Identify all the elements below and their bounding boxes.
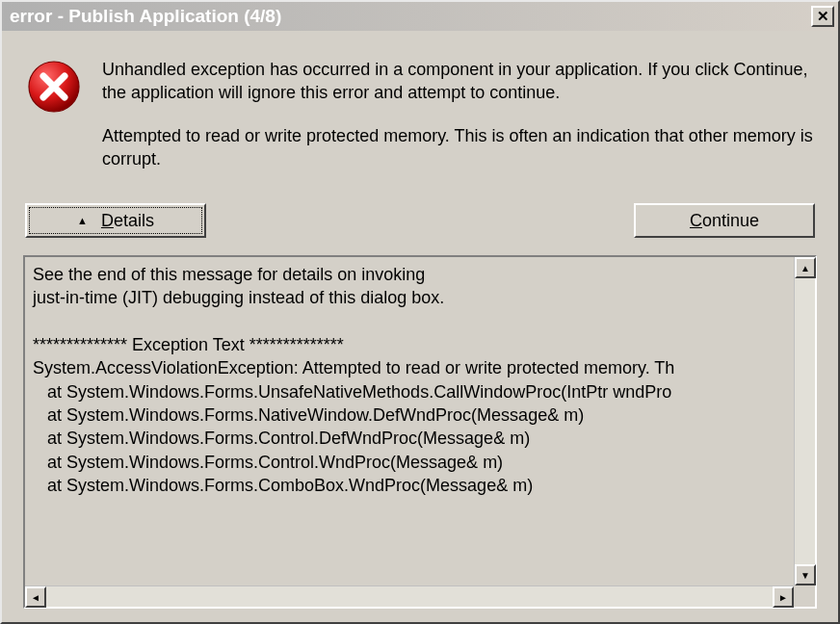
scroll-left-button[interactable]: ◄: [25, 586, 46, 608]
exception-text[interactable]: See the end of this message for details …: [25, 257, 794, 607]
details-button-label: Details: [101, 211, 154, 231]
message-secondary: Attempted to read or write protected mem…: [102, 124, 817, 171]
details-pane: See the end of this message for details …: [23, 255, 817, 609]
close-icon: ✕: [817, 8, 829, 25]
vertical-scrollbar[interactable]: ▲ ▼: [794, 257, 815, 607]
button-row: ▲ Details Continue: [23, 203, 817, 238]
scrollbar-corner: [794, 585, 815, 607]
close-button[interactable]: ✕: [811, 6, 834, 27]
message-text: Unhandled exception has occurred in a co…: [102, 58, 817, 170]
message-primary: Unhandled exception has occurred in a co…: [102, 58, 817, 105]
scroll-track-vertical[interactable]: [795, 278, 815, 564]
horizontal-scrollbar[interactable]: ◄ ►: [25, 585, 794, 607]
scroll-down-button[interactable]: ▼: [795, 564, 816, 585]
scroll-up-button[interactable]: ▲: [795, 257, 816, 278]
scroll-track-horizontal[interactable]: [46, 586, 773, 607]
dialog-content: Unhandled exception has occurred in a co…: [2, 31, 838, 622]
continue-button[interactable]: Continue: [634, 203, 815, 238]
titlebar[interactable]: error - Publish Application (4/8) ✕: [2, 2, 838, 31]
titlebar-text: error - Publish Application (4/8): [10, 6, 811, 27]
error-dialog: error - Publish Application (4/8) ✕: [0, 0, 840, 624]
collapse-arrow-icon: ▲: [77, 216, 88, 226]
message-row: Unhandled exception has occurred in a co…: [23, 58, 817, 170]
error-icon: [27, 60, 81, 114]
details-button[interactable]: ▲ Details: [25, 203, 206, 238]
scroll-right-button[interactable]: ►: [773, 586, 794, 608]
continue-button-label: Continue: [690, 211, 759, 231]
